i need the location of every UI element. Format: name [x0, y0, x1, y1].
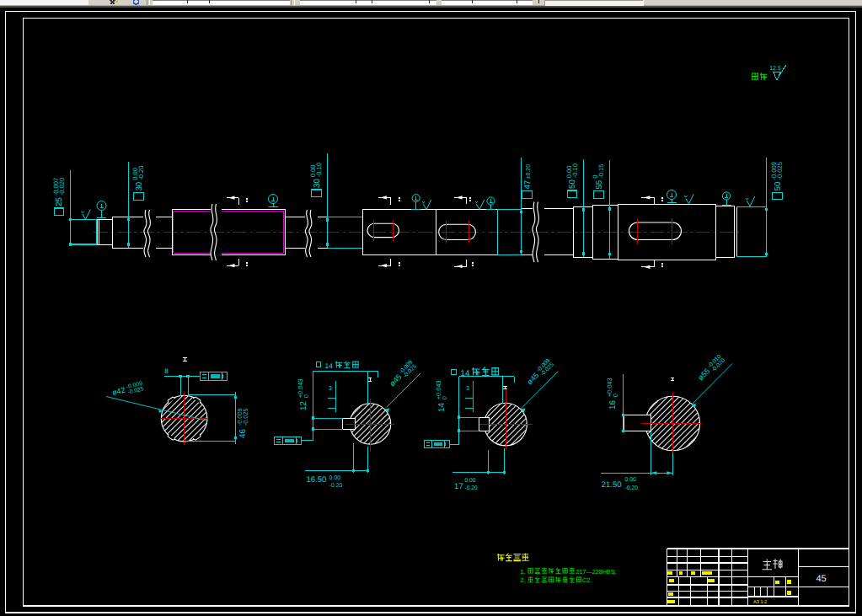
svg-text:C2.: C2. [582, 576, 592, 584]
svg-text:46: 46 [238, 429, 248, 438]
svg-text:55: 55 [595, 179, 604, 189]
svg-text:16: 16 [608, 400, 618, 410]
svg-text:17: 17 [454, 482, 463, 491]
svg-text:50: 50 [568, 179, 577, 189]
svg-text:-0.025: -0.025 [776, 162, 784, 180]
svg-text:3: 3 [466, 386, 469, 392]
svg-text:47: 47 [523, 180, 533, 190]
svg-text:25: 25 [55, 197, 64, 206]
svg-text:0: 0 [303, 394, 310, 398]
svg-text:0.00: 0.00 [329, 475, 340, 481]
svg-text:-0.20: -0.20 [464, 485, 478, 491]
svg-text:12.5: 12.5 [770, 66, 781, 72]
svg-text:-0.10: -0.10 [571, 163, 579, 178]
svg-text:45: 45 [816, 574, 827, 584]
svg-text:-0.025: -0.025 [242, 408, 249, 426]
svg-text:30: 30 [313, 179, 322, 188]
svg-text:14: 14 [437, 403, 447, 412]
svg-text:-0.20: -0.20 [625, 485, 639, 491]
svg-text:A3 1:2: A3 1:2 [753, 600, 767, 605]
svg-text:0.00: 0.00 [625, 477, 636, 483]
svg-text:3: 3 [329, 386, 332, 392]
svg-text:8: 8 [164, 367, 169, 375]
svg-text:0: 0 [612, 394, 619, 397]
svg-text:21.50: 21.50 [602, 480, 622, 490]
svg-text:±0.20: ±0.20 [526, 164, 532, 179]
svg-text:217—228HBS;: 217—228HBS; [576, 568, 617, 576]
svg-text:0.00: 0.00 [464, 478, 475, 484]
svg-text:-0.15: -0.15 [597, 164, 605, 179]
svg-text:14: 14 [461, 369, 470, 378]
svg-text:2.: 2. [521, 576, 526, 584]
svg-text:-0.20: -0.20 [137, 166, 145, 180]
svg-text:30: 30 [135, 181, 144, 190]
svg-text:14: 14 [325, 362, 334, 370]
svg-text:12: 12 [299, 401, 308, 410]
svg-text:-0.020: -0.020 [58, 178, 66, 196]
svg-text:0: 0 [441, 396, 448, 399]
svg-text:-0.20: -0.20 [329, 483, 343, 489]
svg-text:50: 50 [774, 181, 783, 190]
svg-text:1.: 1. [521, 568, 526, 576]
svg-text:-0.10: -0.10 [315, 163, 323, 177]
svg-text:16.50: 16.50 [307, 475, 327, 485]
